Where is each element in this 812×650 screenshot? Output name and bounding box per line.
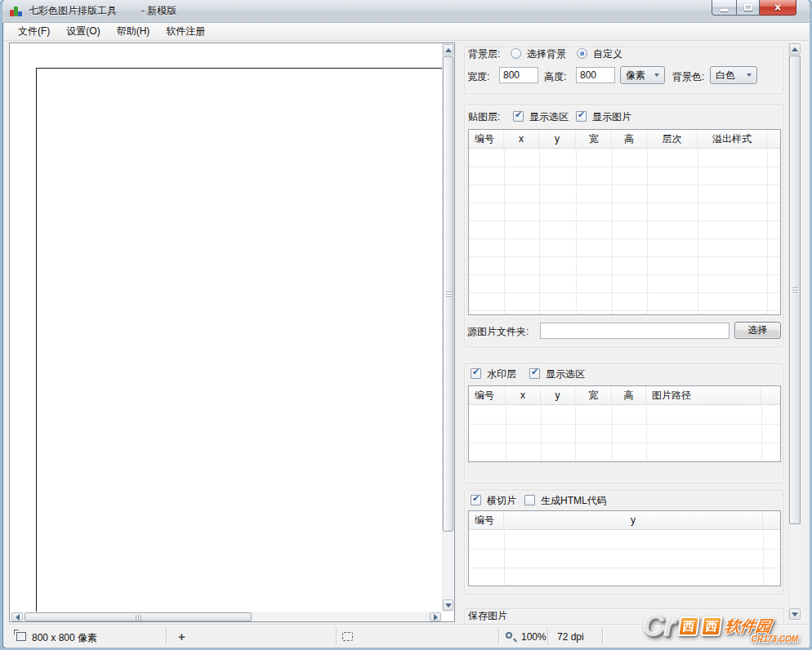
canvas-page[interactable] (36, 68, 455, 622)
slice-table-header: 编号 y (469, 511, 780, 530)
scroll-up-button[interactable] (443, 44, 453, 56)
column-header[interactable]: x (506, 386, 541, 404)
watermark-show-selection-checkbox[interactable] (529, 368, 540, 379)
canvas-viewport[interactable] (9, 42, 455, 622)
show-image-label[interactable]: 显示图片 (590, 110, 634, 124)
column-header[interactable]: y (504, 511, 763, 529)
column-header[interactable]: y (539, 130, 576, 148)
page-size-icon (16, 632, 26, 641)
column-header[interactable]: 编号 (469, 130, 504, 148)
site-watermark: Cr 西 西 软件园 CR173.COM (643, 610, 800, 643)
column-header[interactable]: y (541, 386, 575, 404)
column-header[interactable]: x (504, 130, 539, 148)
column-header[interactable]: 图片路径 (646, 386, 761, 404)
column-header[interactable]: 高 (612, 386, 646, 404)
source-folder-input[interactable] (540, 323, 729, 339)
paste-table-body[interactable] (469, 149, 780, 314)
scroll-up-button[interactable] (789, 43, 801, 55)
background-layer-label: 背景层: (466, 47, 502, 61)
vscroll-thumb[interactable] (789, 56, 801, 524)
menu-bar: 文件(F) 设置(O) 帮助(H) 软件注册 (5, 23, 812, 41)
separator (336, 628, 337, 644)
radio-custom-label[interactable]: 自定义 (591, 47, 625, 61)
column-header-filler (767, 130, 780, 148)
separator (498, 628, 499, 644)
unit-value: 像素 (626, 69, 645, 82)
separator (602, 628, 603, 644)
column-header[interactable]: 编号 (469, 386, 506, 404)
app-icon (10, 5, 23, 18)
close-button[interactable]: × (760, 0, 796, 16)
panel-vscrollbar[interactable] (788, 42, 801, 621)
separator (166, 628, 167, 644)
radio-custom[interactable] (577, 48, 587, 59)
column-header-filler (763, 511, 780, 529)
watermark-site-url: CR173.COM (752, 634, 798, 643)
watermark-layer-checkbox[interactable] (471, 368, 481, 379)
thumb-grip (138, 615, 139, 621)
menu-help[interactable]: 帮助(H) (109, 22, 158, 41)
app-window: 七彩色图片排版工具 - 新模版 × 文件(F) 设置(O) 帮助(H) 软件注册 (0, 0, 812, 650)
maximize-button[interactable] (736, 0, 760, 16)
selection-icon (342, 632, 353, 641)
watermark-table: 编号 x y 宽 高 图片路径 (468, 385, 781, 462)
generate-html-label[interactable]: 生成HTML代码 (538, 494, 609, 508)
minimize-button[interactable] (712, 0, 736, 16)
scroll-down-button[interactable] (443, 599, 453, 611)
choose-button[interactable]: 选择 (734, 322, 781, 339)
slice-table-body[interactable] (469, 531, 780, 585)
radio-select-background[interactable] (511, 48, 521, 59)
paste-layer-label: 贴图层: (466, 110, 502, 124)
paste-table-header: 编号 x y 宽 高 层次 溢出样式 (469, 130, 780, 149)
column-header[interactable]: 编号 (469, 511, 504, 529)
show-selection-checkbox[interactable] (513, 111, 524, 122)
show-selection-label[interactable]: 显示选区 (527, 110, 571, 124)
slice-checkbox[interactable] (471, 495, 481, 505)
radio-select-background-label[interactable]: 选择背景 (524, 47, 569, 61)
watermark-table-header: 编号 x y 宽 高 图片路径 (469, 386, 780, 405)
scroll-left-button[interactable] (11, 612, 23, 621)
arrow-up-icon (792, 47, 798, 51)
chevron-down-icon (747, 73, 752, 77)
separator (547, 628, 548, 644)
hscroll-thumb[interactable] (25, 612, 252, 621)
watermark-cr-logo: Cr (643, 612, 676, 641)
column-header[interactable]: 宽 (575, 386, 612, 404)
close-icon: × (774, 2, 781, 13)
height-input[interactable] (576, 67, 615, 83)
height-label: 高度: (544, 70, 566, 84)
generate-html-checkbox[interactable] (524, 495, 535, 505)
title-bar[interactable]: 七彩色图片排版工具 - 新模版 × (2, 0, 810, 23)
unit-combobox[interactable]: 像素 (620, 66, 665, 84)
dpi-text: 72 dpi (557, 631, 584, 643)
show-image-checkbox[interactable] (576, 111, 587, 122)
canvas-vscrollbar[interactable] (442, 43, 455, 612)
watermark-table-body[interactable] (469, 406, 780, 461)
window-title: 七彩色图片排版工具 (29, 4, 117, 18)
width-label: 宽度: (467, 70, 489, 84)
maximize-icon (744, 4, 752, 11)
menu-register[interactable]: 软件注册 (158, 22, 213, 41)
column-header[interactable]: 溢出样式 (698, 130, 767, 148)
width-input[interactable] (499, 67, 538, 83)
thumb-grip (792, 290, 798, 291)
bgcolor-value: 白色 (716, 69, 735, 82)
menu-settings[interactable]: 设置(O) (58, 22, 108, 41)
slice-table: 编号 y (468, 510, 781, 586)
vscroll-thumb[interactable] (443, 56, 453, 532)
menu-file[interactable]: 文件(F) (10, 22, 58, 41)
watermark-show-selection-label[interactable]: 显示选区 (543, 367, 587, 381)
paste-table: 编号 x y 宽 高 层次 溢出样式 (468, 129, 781, 315)
watermark-layer-label[interactable]: 水印层 (484, 367, 519, 381)
arrow-up-icon (445, 48, 452, 52)
scroll-right-button[interactable] (430, 612, 441, 621)
source-folder-label: 源图片文件夹: (467, 325, 529, 339)
column-header[interactable]: 层次 (647, 130, 698, 148)
bgcolor-combobox[interactable]: 白色 (710, 66, 757, 84)
column-header[interactable]: 高 (612, 130, 647, 148)
slice-label[interactable]: 横切片 (484, 494, 519, 508)
bgcolor-label: 背景色: (672, 70, 704, 84)
save-image-label: 保存图片 (466, 609, 510, 623)
canvas-hscrollbar[interactable] (11, 612, 441, 622)
column-header[interactable]: 宽 (576, 130, 612, 148)
